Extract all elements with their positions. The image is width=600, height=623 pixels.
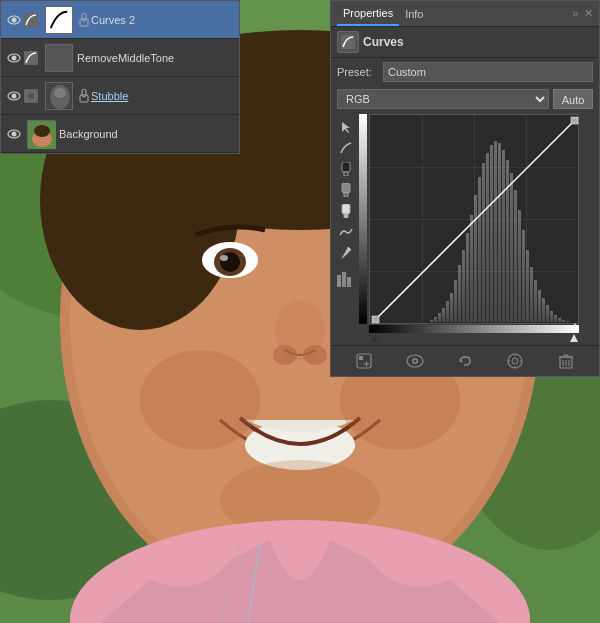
layer-type-icon-stubble [23, 88, 39, 104]
svg-rect-33 [80, 19, 88, 26]
svg-point-38 [12, 93, 17, 98]
markers-svg [370, 115, 580, 325]
panel-header: Properties Info » ✕ [331, 1, 599, 27]
layer-thumb-removemiddletone [45, 44, 73, 72]
eyedropper-gray-tool[interactable] [337, 181, 355, 199]
layer-curves2[interactable]: Curves 2 [1, 1, 239, 39]
svg-point-43 [54, 88, 66, 98]
svg-point-113 [512, 358, 518, 364]
layer-name-background: Background [59, 128, 235, 140]
svg-marker-101 [570, 323, 580, 325]
bottom-gradient-bar [369, 325, 579, 333]
layer-name-stubble: Stubble [91, 90, 235, 102]
histogram-text-tool[interactable]: A [337, 269, 357, 290]
footer-add-layer-icon[interactable] [353, 350, 375, 372]
svg-point-110 [413, 360, 416, 363]
layer-name-curves2: Curves 2 [91, 14, 235, 26]
svg-point-47 [12, 131, 17, 136]
svg-marker-111 [460, 359, 463, 362]
svg-point-14 [220, 252, 240, 272]
pointer-tool[interactable] [337, 118, 355, 136]
panel-footer [331, 345, 599, 376]
svg-point-35 [12, 55, 17, 60]
bottom-markers-svg [369, 334, 579, 344]
curves-area: A [331, 112, 599, 345]
curves-graph-container [369, 114, 593, 343]
svg-marker-103 [570, 334, 578, 342]
svg-rect-54 [342, 183, 350, 193]
svg-rect-57 [344, 214, 348, 218]
footer-trash-icon[interactable] [555, 350, 577, 372]
svg-point-112 [508, 354, 522, 368]
preset-select[interactable]: Custom [383, 62, 593, 82]
layer-thumb-curves2 [45, 6, 73, 34]
layer-thumb-background [27, 120, 55, 148]
footer-undo-icon[interactable] [454, 350, 476, 372]
svg-rect-105 [359, 356, 363, 360]
auto-button[interactable]: Auto [553, 89, 593, 109]
curves-tools: A [337, 114, 357, 343]
layer-eye-background[interactable] [5, 125, 23, 143]
bottom-markers [369, 333, 579, 343]
curves-title-row: Curves [331, 27, 599, 58]
curves-graph-wrapper [357, 114, 593, 343]
layer-stubble[interactable]: Stubble [1, 77, 239, 115]
layer-type-icon-curves2 [23, 12, 39, 28]
svg-rect-32 [82, 13, 86, 21]
footer-target-icon[interactable] [504, 350, 526, 372]
svg-marker-102 [370, 334, 378, 342]
layer-link-curves2[interactable] [77, 13, 91, 27]
panel-title: Curves [363, 35, 593, 49]
layer-eye-curves2[interactable] [5, 11, 23, 29]
layer-removemiddletone[interactable]: RemoveMiddleTone [1, 39, 239, 77]
layer-name-removemiddletone: RemoveMiddleTone [77, 52, 235, 64]
svg-rect-56 [342, 204, 350, 214]
svg-rect-52 [342, 162, 350, 172]
svg-rect-45 [80, 95, 88, 102]
svg-marker-100 [370, 323, 380, 325]
panel-expand-icon[interactable]: » [572, 8, 578, 19]
channel-select[interactable]: RGB [337, 89, 549, 109]
svg-text:A: A [337, 281, 341, 287]
layer-eye-removemiddletone[interactable] [5, 49, 23, 67]
svg-rect-44 [82, 89, 86, 97]
layer-link-stubble[interactable] [77, 89, 91, 103]
left-gradient-bar [359, 114, 367, 324]
svg-rect-59 [342, 272, 346, 287]
eyedropper-black-tool[interactable] [337, 160, 355, 178]
layer-type-icon-removemiddletone [23, 50, 39, 66]
svg-point-50 [34, 125, 50, 137]
layer-eye-stubble[interactable] [5, 87, 23, 105]
tab-info[interactable]: Info [399, 1, 429, 26]
svg-rect-55 [344, 193, 348, 197]
smooth-tool[interactable] [337, 223, 355, 241]
svg-point-15 [220, 255, 228, 261]
svg-point-24 [140, 350, 260, 450]
channel-row: RGB Auto [331, 86, 599, 112]
layers-panel: Curves 2 RemoveMiddleTone [0, 0, 240, 154]
eyedropper-white-tool[interactable] [337, 202, 355, 220]
svg-point-29 [12, 17, 17, 22]
preset-label: Preset: [337, 66, 379, 78]
preset-row: Preset: Custom [331, 58, 599, 86]
curves-graph[interactable] [369, 114, 579, 324]
properties-panel: Properties Info » ✕ Curves Preset: Custo… [330, 0, 600, 377]
svg-rect-60 [347, 277, 351, 287]
layer-thumb-stubble [45, 82, 73, 110]
tab-properties[interactable]: Properties [337, 1, 399, 26]
freehand-tool[interactable] [337, 139, 355, 157]
layer-background[interactable]: Background [1, 115, 239, 153]
panel-close-icon[interactable]: ✕ [584, 7, 593, 20]
curves-settings-icon[interactable] [337, 31, 359, 53]
footer-visibility-icon[interactable] [404, 350, 426, 372]
svg-rect-53 [344, 172, 348, 176]
pencil-tool[interactable] [337, 244, 355, 262]
svg-point-40 [27, 92, 35, 100]
